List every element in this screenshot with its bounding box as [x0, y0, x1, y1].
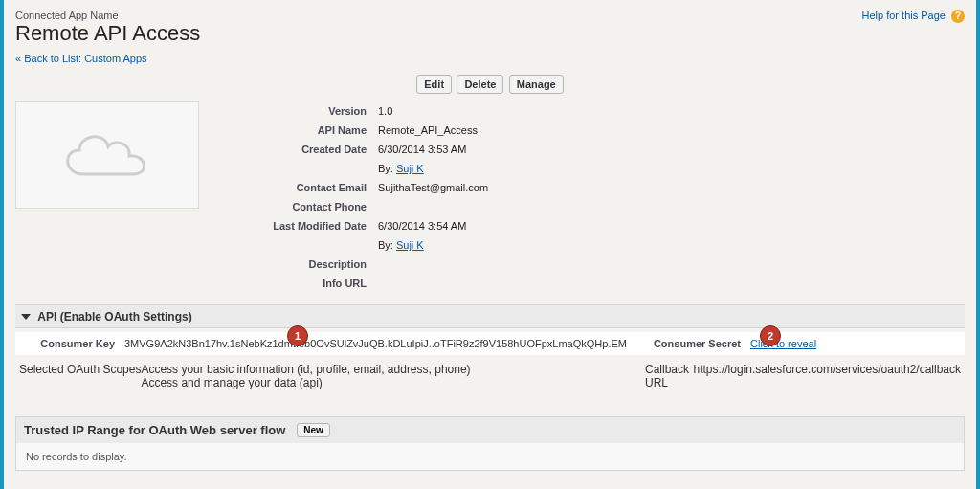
info-url-label: Info URL	[218, 274, 378, 293]
description-value	[378, 255, 946, 274]
consumer-key-label: Consumer Key	[19, 338, 124, 349]
api-name-label: API Name	[218, 121, 378, 140]
connected-app-label: Connected App Name	[15, 10, 965, 21]
callback-url-value: https://login.salesforce.com/services/oa…	[694, 363, 961, 376]
modified-by-prefix: By:	[378, 239, 393, 251]
help-for-page-link[interactable]: Help for this Page ?	[862, 10, 966, 23]
consumer-secret-label: Consumer Secret	[645, 338, 750, 349]
api-section-header[interactable]: API (Enable OAuth Settings)	[15, 304, 965, 328]
modified-date-value: 6/30/2014 3:54 AM	[378, 216, 946, 235]
version-value: 1.0	[378, 101, 946, 121]
api-section-title: API (Enable OAuth Settings)	[37, 310, 191, 323]
created-by-prefix: By:	[378, 163, 393, 174]
modified-by-user-link[interactable]: Suji K	[396, 239, 424, 251]
manage-button[interactable]: Manage	[509, 75, 564, 94]
trusted-ip-empty-message: No records to display.	[16, 443, 964, 470]
trusted-ip-title: Trusted IP Range for OAuth Web server fl…	[24, 423, 285, 437]
page-title: Remote API Access	[15, 21, 965, 46]
back-to-list-link[interactable]: « Back to List: Custom Apps	[15, 53, 147, 64]
api-name-value: Remote_API_Access	[378, 121, 946, 140]
app-logo-thumbnail	[15, 101, 199, 209]
cloud-icon	[55, 122, 160, 189]
callback-url-label: Callback URL	[645, 363, 694, 389]
created-by-user-link[interactable]: Suji K	[396, 163, 424, 174]
version-label: Version	[218, 101, 378, 121]
info-url-value	[378, 274, 946, 293]
edit-button[interactable]: Edit	[416, 75, 452, 94]
caret-down-icon	[21, 314, 31, 320]
modified-date-label: Last Modified Date	[218, 216, 378, 235]
detail-table: Version1.0 API NameRemote_API_Access Cre…	[218, 101, 946, 293]
consumer-key-value: 3MVG9A2kN3Bn17hv.1sNebKz1dmtIeb0OvSUlZvJ…	[124, 338, 627, 349]
oauth-scope-line-1: Access your basic information (id, profi…	[141, 363, 470, 376]
description-label: Description	[218, 255, 378, 274]
trusted-ip-section: Trusted IP Range for OAuth Web server fl…	[15, 416, 965, 471]
contact-email-value: SujithaTest@gmail.com	[378, 178, 946, 197]
created-date-value: 6/30/2014 3:53 AM	[378, 140, 946, 159]
contact-phone-label: Contact Phone	[218, 197, 378, 216]
contact-phone-value	[378, 197, 946, 216]
help-text: Help for this Page	[862, 10, 946, 21]
new-trusted-ip-button[interactable]: New	[297, 423, 330, 437]
help-icon: ?	[951, 10, 965, 23]
contact-email-label: Contact Email	[218, 178, 378, 197]
annotation-badge-2: 2	[760, 325, 781, 346]
created-date-label: Created Date	[218, 140, 378, 159]
oauth-scope-line-2: Access and manage your data (api)	[141, 376, 470, 389]
oauth-scopes-label: Selected OAuth Scopes	[19, 363, 141, 376]
delete-button[interactable]: Delete	[457, 75, 503, 94]
annotation-badge-1: 1	[287, 325, 308, 346]
